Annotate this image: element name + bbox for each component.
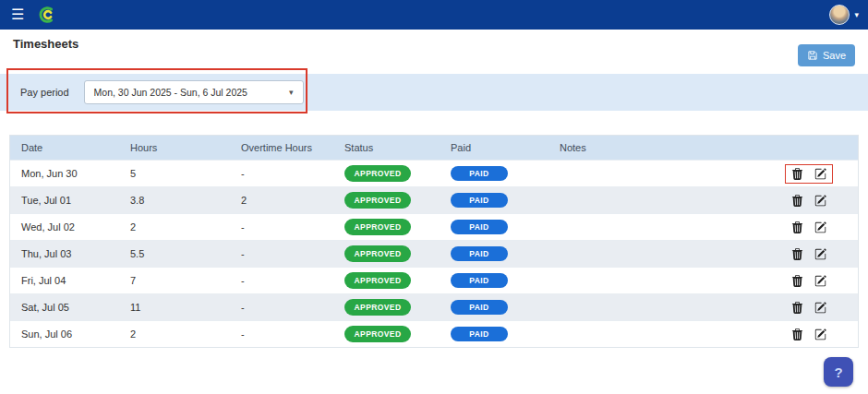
edit-icon	[814, 221, 826, 233]
cell-paid: PAID	[451, 220, 560, 234]
delete-button[interactable]	[791, 302, 803, 314]
cell-overtime-hours: -	[241, 168, 344, 179]
row-actions	[786, 272, 832, 290]
pay-period-band: Pay period Mon, 30 Jun 2025 - Sun, 6 Jul…	[0, 74, 868, 111]
trash-icon	[791, 275, 803, 287]
edit-button[interactable]	[814, 168, 826, 180]
delete-button[interactable]	[791, 328, 803, 340]
cell-paid: PAID	[451, 193, 560, 208]
table-row: Mon, Jun 305-APPROVEDPAID	[10, 160, 858, 186]
top-navbar: ☰ ▾	[0, 0, 868, 30]
cell-paid: PAID	[451, 273, 560, 288]
edit-button[interactable]	[814, 195, 826, 207]
pay-period-value: Mon, 30 Jun 2025 - Sun, 6 Jul 2025	[94, 87, 247, 98]
delete-button[interactable]	[791, 195, 803, 207]
paid-badge: PAID	[451, 220, 508, 234]
save-button[interactable]: Save	[798, 44, 855, 66]
delete-button[interactable]	[791, 248, 803, 260]
row-actions-annotated	[786, 165, 832, 183]
delete-button[interactable]	[791, 275, 803, 287]
paid-badge: PAID	[451, 327, 508, 341]
cell-hours: 5.5	[130, 248, 241, 259]
trash-icon	[791, 168, 803, 180]
edit-icon	[814, 248, 826, 260]
page-title: Timesheets	[13, 37, 78, 51]
paid-badge: PAID	[451, 300, 508, 315]
save-icon	[807, 50, 818, 61]
trash-icon	[791, 195, 803, 207]
cell-hours: 7	[130, 275, 241, 286]
delete-button[interactable]	[791, 168, 803, 180]
brand-logo[interactable]	[37, 5, 57, 25]
cell-status: APPROVED	[344, 245, 451, 262]
status-badge: APPROVED	[344, 326, 411, 342]
edit-button[interactable]	[814, 275, 826, 287]
chevron-down-icon: ▾	[289, 88, 294, 97]
cell-overtime-hours: 2	[241, 195, 344, 206]
col-notes: Notes	[560, 142, 772, 153]
table-row: Fri, Jul 047-APPROVEDPAID	[10, 267, 858, 293]
cell-overtime-hours: -	[241, 275, 344, 286]
status-badge: APPROVED	[344, 219, 411, 235]
cell-date: Mon, Jun 30	[21, 168, 130, 179]
status-badge: APPROVED	[344, 165, 411, 182]
cell-status: APPROVED	[344, 326, 451, 342]
cell-paid: PAID	[451, 246, 560, 261]
status-badge: APPROVED	[344, 245, 411, 262]
row-actions	[786, 245, 832, 263]
table-row: Sat, Jul 0511-APPROVEDPAID	[10, 293, 858, 320]
cell-paid: PAID	[451, 327, 560, 341]
status-badge: APPROVED	[344, 192, 411, 209]
cell-date: Thu, Jul 03	[21, 248, 130, 259]
trash-icon	[791, 302, 803, 314]
cell-status: APPROVED	[344, 219, 451, 235]
cell-hours: 2	[130, 328, 241, 340]
cell-overtime-hours: -	[241, 221, 344, 233]
col-hours: Hours	[130, 142, 241, 153]
chevron-down-icon: ▾	[854, 10, 859, 19]
edit-icon	[814, 168, 826, 180]
row-actions	[786, 192, 832, 209]
status-badge: APPROVED	[344, 272, 411, 289]
trash-icon	[791, 221, 803, 233]
cell-date: Sun, Jul 06	[21, 328, 130, 340]
row-actions	[786, 299, 832, 316]
paid-badge: PAID	[451, 246, 508, 261]
cell-status: APPROVED	[344, 192, 451, 209]
edit-icon	[814, 328, 826, 340]
edit-button[interactable]	[814, 221, 826, 233]
col-paid: Paid	[451, 142, 560, 153]
cell-paid: PAID	[451, 300, 560, 315]
cell-paid: PAID	[451, 166, 560, 181]
edit-button[interactable]	[814, 248, 826, 260]
cell-date: Sat, Jul 05	[21, 302, 130, 313]
table-row: Thu, Jul 035.5-APPROVEDPAID	[10, 240, 858, 267]
delete-button[interactable]	[791, 221, 803, 233]
pay-period-label: Pay period	[20, 87, 69, 98]
cell-overtime-hours: -	[241, 328, 344, 340]
row-actions	[786, 326, 832, 343]
edit-icon	[814, 195, 826, 207]
cell-hours: 3.8	[130, 195, 241, 206]
save-button-label: Save	[823, 50, 846, 61]
pay-period-select[interactable]: Mon, 30 Jun 2025 - Sun, 6 Jul 2025 ▾	[84, 80, 304, 104]
edit-button[interactable]	[814, 302, 826, 314]
cell-date: Tue, Jul 01	[21, 195, 130, 206]
trash-icon	[791, 248, 803, 260]
paid-badge: PAID	[451, 193, 508, 208]
avatar	[829, 5, 850, 25]
cell-date: Fri, Jul 04	[21, 275, 130, 286]
user-menu-button[interactable]: ▾	[829, 5, 859, 25]
cell-overtime-hours: -	[241, 248, 344, 259]
cell-hours: 5	[130, 168, 241, 179]
edit-button[interactable]	[814, 328, 826, 340]
col-overtime-hours: Overtime Hours	[241, 142, 344, 153]
status-badge: APPROVED	[344, 299, 411, 316]
trash-icon	[791, 328, 803, 340]
col-status: Status	[344, 142, 451, 153]
edit-icon	[814, 302, 826, 314]
hamburger-menu-icon[interactable]: ☰	[9, 6, 26, 24]
help-button[interactable]: ?	[824, 357, 853, 387]
table-body: Mon, Jun 305-APPROVEDPAIDTue, Jul 013.82…	[10, 160, 858, 347]
brand-logo-icon	[37, 5, 57, 25]
